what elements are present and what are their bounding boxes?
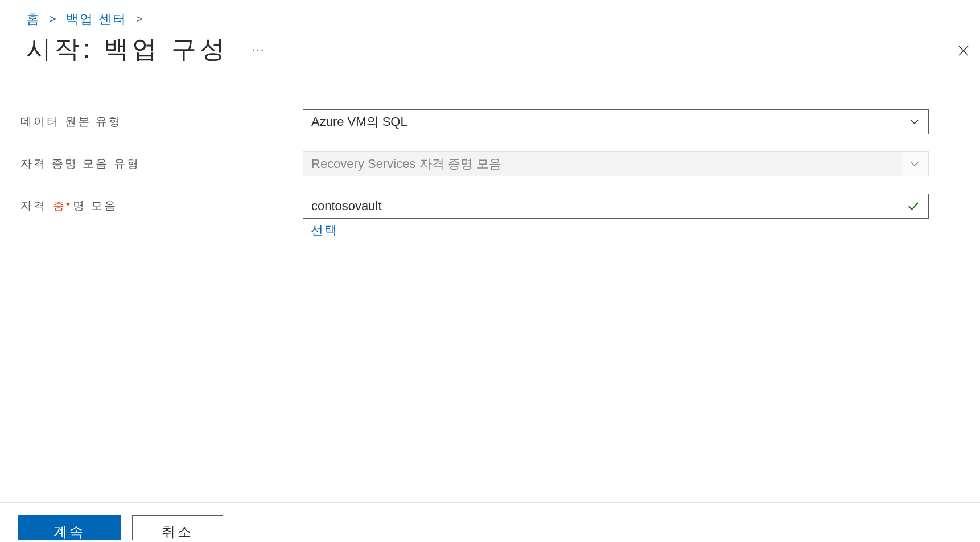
vault-type-label: 자격 증명 모음 유형 <box>18 151 303 171</box>
vault-type-select: Recovery Services 자격 증명 모음 <box>303 151 929 176</box>
vault-select-link[interactable]: 선택 <box>303 222 929 239</box>
vault-label: 자격 증*명 모음 <box>18 194 303 213</box>
breadcrumb-home[interactable]: 홈 <box>26 10 40 28</box>
form-area: 데이터 원본 유형 Azure VM의 SQL 자격 증명 모음 유형 Reco… <box>0 66 980 239</box>
vault-input-wrap <box>303 194 929 219</box>
breadcrumb-separator: > <box>50 13 56 26</box>
cancel-button[interactable]: 취소 <box>132 515 223 540</box>
breadcrumb: 홈 > 백업 센터 > <box>0 0 980 28</box>
datasource-type-label: 데이터 원본 유형 <box>18 109 303 129</box>
breadcrumb-separator: > <box>136 13 143 26</box>
vault-input[interactable] <box>303 194 928 218</box>
footer: 계속 취소 <box>0 502 980 542</box>
chevron-wrap <box>901 152 928 176</box>
datasource-type-select[interactable]: Azure VM의 SQL <box>303 109 929 134</box>
more-icon[interactable]: ··· <box>252 43 265 56</box>
form-row-vault-type: 자격 증명 모음 유형 Recovery Services 자격 증명 모음 <box>18 151 948 176</box>
close-icon <box>957 44 970 58</box>
page-title: 시작: 백업 구성 <box>26 32 228 66</box>
chevron-down-icon <box>909 158 920 170</box>
chevron-down-icon <box>909 116 920 128</box>
form-row-vault: 자격 증*명 모음 선택 <box>18 194 948 239</box>
required-marker: 증* <box>53 199 72 212</box>
breadcrumb-backup-center[interactable]: 백업 센터 <box>65 10 127 28</box>
close-button[interactable] <box>955 42 972 59</box>
check-icon <box>907 199 920 213</box>
datasource-type-value: Azure VM의 SQL <box>311 113 407 130</box>
vault-type-value: Recovery Services 자격 증명 모음 <box>311 155 501 173</box>
continue-button[interactable]: 계속 <box>18 515 121 540</box>
title-row: 시작: 백업 구성 ··· <box>0 28 980 66</box>
form-row-datasource-type: 데이터 원본 유형 Azure VM의 SQL <box>18 109 948 134</box>
